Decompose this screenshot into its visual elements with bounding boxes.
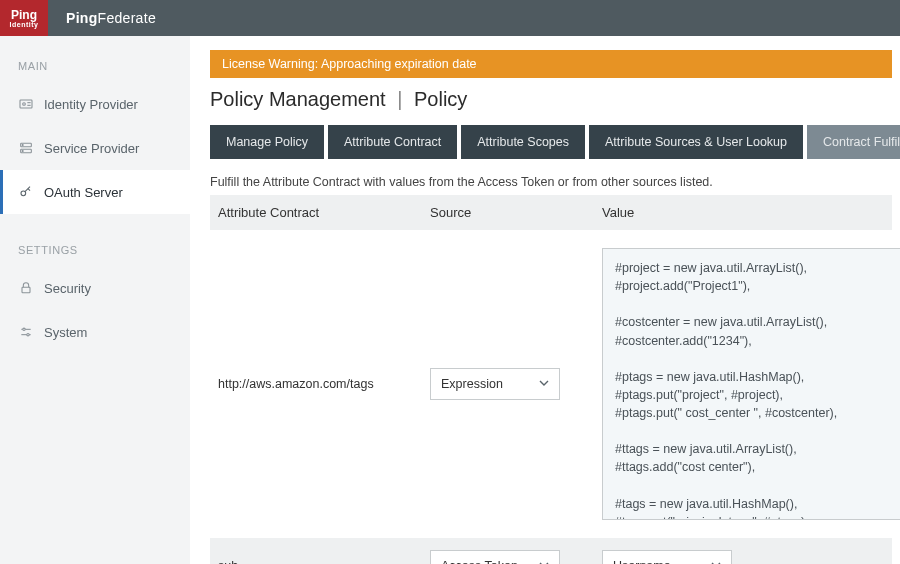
- attribute-name: sub: [218, 559, 418, 564]
- sidebar-section-settings: SETTINGS: [0, 238, 190, 262]
- source-select[interactable]: Expression: [430, 368, 560, 400]
- col-attribute-contract: Attribute Contract: [218, 205, 418, 220]
- svg-point-14: [23, 328, 25, 330]
- tab-attribute-scopes[interactable]: Attribute Scopes: [461, 125, 585, 159]
- product-name: PingFederate: [66, 10, 156, 26]
- tab-attribute-sources[interactable]: Attribute Sources & User Lookup: [589, 125, 803, 159]
- chevron-down-icon: [539, 377, 549, 391]
- svg-point-8: [21, 191, 26, 196]
- tab-contract-fulfillment[interactable]: Contract Fulfillment: [807, 125, 900, 159]
- top-bar: Ping Identity PingFederate: [0, 0, 900, 36]
- sidebar-item-oauth-server[interactable]: OAuth Server: [0, 170, 190, 214]
- page-title: Policy Management | Policy: [210, 88, 892, 111]
- breadcrumb-root: Policy Management: [210, 88, 386, 110]
- sidebar-item-label: Security: [44, 281, 91, 296]
- key-icon: [18, 184, 34, 200]
- server-icon: [18, 140, 34, 156]
- sidebar-item-label: Service Provider: [44, 141, 139, 156]
- sidebar-section-main: MAIN: [0, 54, 190, 78]
- brand-badge: Ping Identity: [0, 0, 48, 36]
- value-select[interactable]: Username: [602, 550, 732, 564]
- sidebar-item-security[interactable]: Security: [0, 266, 190, 310]
- svg-point-6: [22, 144, 23, 145]
- value-expression-textarea[interactable]: [602, 248, 900, 520]
- svg-point-7: [22, 150, 23, 151]
- license-warning-banner: License Warning: Approaching expiration …: [210, 50, 892, 78]
- sidebar-item-label: OAuth Server: [44, 185, 123, 200]
- brand-badge-bottom: Identity: [10, 21, 39, 28]
- svg-point-1: [23, 103, 26, 106]
- attribute-fulfillment-table: Attribute Contract Source Value http://a…: [210, 195, 892, 564]
- lock-icon: [18, 280, 34, 296]
- sidebar-item-service-provider[interactable]: Service Provider: [0, 126, 190, 170]
- sidebar-item-label: Identity Provider: [44, 97, 138, 112]
- tab-bar: Manage Policy Attribute Contract Attribu…: [210, 125, 892, 159]
- svg-line-10: [28, 189, 30, 191]
- table-header-row: Attribute Contract Source Value: [210, 195, 892, 230]
- tab-attribute-contract[interactable]: Attribute Contract: [328, 125, 457, 159]
- col-value: Value: [602, 205, 884, 220]
- table-row: sub Access Token Username: [210, 538, 892, 564]
- sidebar-item-label: System: [44, 325, 87, 340]
- id-card-icon: [18, 96, 34, 112]
- sidebar-item-identity-provider[interactable]: Identity Provider: [0, 82, 190, 126]
- sidebar-item-system[interactable]: System: [0, 310, 190, 354]
- main-content: License Warning: Approaching expiration …: [190, 36, 900, 564]
- breadcrumb-separator: |: [391, 88, 408, 110]
- source-select-value: Access Token: [441, 559, 518, 564]
- sliders-icon: [18, 324, 34, 340]
- source-select[interactable]: Access Token: [430, 550, 560, 564]
- source-select-value: Expression: [441, 377, 503, 391]
- brand-badge-top: Ping: [11, 9, 37, 21]
- table-row: http://aws.amazon.com/tags Expression: [210, 230, 892, 538]
- col-source: Source: [430, 205, 590, 220]
- chevron-down-icon: [539, 559, 549, 564]
- attribute-name: http://aws.amazon.com/tags: [218, 377, 418, 391]
- svg-point-15: [27, 333, 29, 335]
- helper-text: Fulfill the Attribute Contract with valu…: [210, 175, 892, 189]
- svg-rect-11: [22, 287, 30, 292]
- value-select-value: Username: [613, 559, 671, 564]
- chevron-down-icon: [711, 559, 721, 564]
- sidebar: MAIN Identity Provider Service Provider …: [0, 36, 190, 564]
- svg-rect-0: [20, 100, 32, 108]
- breadcrumb-leaf: Policy: [414, 88, 467, 110]
- tab-manage-policy[interactable]: Manage Policy: [210, 125, 324, 159]
